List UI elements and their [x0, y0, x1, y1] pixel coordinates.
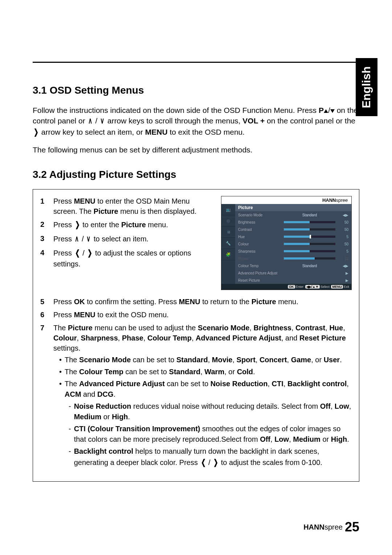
step-6: 6 Press MENU to exit the OSD menu.	[40, 310, 352, 320]
osd-screenshot: HANNspree 📺◎🖥🔧🧩 Picture Scenario ModeSta…	[221, 196, 352, 290]
step-7: 7 The Picture menu can be used to adjust…	[40, 323, 352, 470]
section-3-2-heading: 3.2 Adjusting Picture Settings	[33, 169, 359, 180]
chevron-right-icon: ❯	[213, 457, 218, 468]
section-3-1-heading: 3.1 OSD Setting Menus	[33, 85, 359, 96]
chevron-down-icon: ∨	[101, 115, 105, 127]
bullet-advanced-picture: • The Advanced Picture Adjust can be set…	[59, 379, 352, 400]
chevron-left-icon: ❮	[75, 248, 79, 259]
osd-category-icons: 📺◎🖥🔧🧩	[221, 204, 235, 284]
chevron-right-icon: ❯	[75, 219, 79, 230]
osd-row: Sharpness5	[235, 248, 351, 255]
chevron-right-icon: ❯	[34, 127, 38, 138]
chevron-down-icon: ∨	[87, 233, 91, 245]
osd-row: Scenario ModeStandard◀▶	[235, 211, 351, 219]
step-3: 3 Press ∧ / ∨ to select an item.	[40, 233, 214, 245]
osd-row: Brightness50	[235, 219, 351, 226]
triangle-down-icon	[330, 109, 335, 113]
triangle-up-icon	[324, 109, 328, 113]
section-3-1-para-2: The following menus can be set by differ…	[33, 144, 359, 155]
osd-row: Hue5	[235, 233, 351, 240]
osd-row: Phase12	[235, 255, 351, 262]
bullet-scenario-mode: • The Scenario Mode can be set to Standa…	[59, 355, 352, 365]
osd-row: Contrast50	[235, 226, 351, 233]
osd-brand: HANNspree	[221, 196, 351, 204]
step-2: 2 Press ❯ to enter the Picture menu.	[40, 219, 214, 230]
dash-backlight: - Backlight control helps to manually tu…	[69, 446, 352, 468]
chevron-right-icon: ❯	[87, 248, 92, 259]
bullet-colour-temp: • The Colour Temp can be set to Standard…	[59, 367, 352, 377]
step-5: 5 Press OK to confirm the setting. Press…	[40, 297, 352, 307]
dash-noise-reduction: - Noise Reduction reduces vidual noise w…	[69, 401, 352, 422]
osd-title: Picture	[235, 204, 351, 211]
osd-footer: OKEnter ◀▶/▲▼Select MENUExit	[221, 284, 351, 290]
section-3-1-para-1: Follow the instructions indicated on the…	[33, 105, 359, 138]
osd-row: Advanced Picture Adjust▶	[235, 269, 351, 277]
step-1: 1 Press MENU to enter the OSD Main Menu …	[40, 196, 214, 216]
top-rule	[33, 62, 359, 63]
page-footer: HANNspree 25	[303, 519, 359, 535]
dash-cti: - CTI (Colour Transition Improvement) sm…	[69, 424, 352, 445]
step-4: 4 Press ❮ / ❯ to adjust the scales or op…	[40, 248, 214, 269]
steps-box: 1 Press MENU to enter the OSD Main Menu …	[33, 189, 359, 482]
chevron-up-icon: ∧	[88, 115, 92, 127]
page-number: 25	[345, 519, 359, 535]
chevron-up-icon: ∧	[75, 233, 79, 245]
osd-row: Colour TempStandard◀▶	[235, 262, 351, 269]
chevron-left-icon: ❮	[201, 457, 205, 468]
osd-row: Reset Picture▶	[235, 277, 351, 284]
osd-row: Colour50	[235, 240, 351, 248]
